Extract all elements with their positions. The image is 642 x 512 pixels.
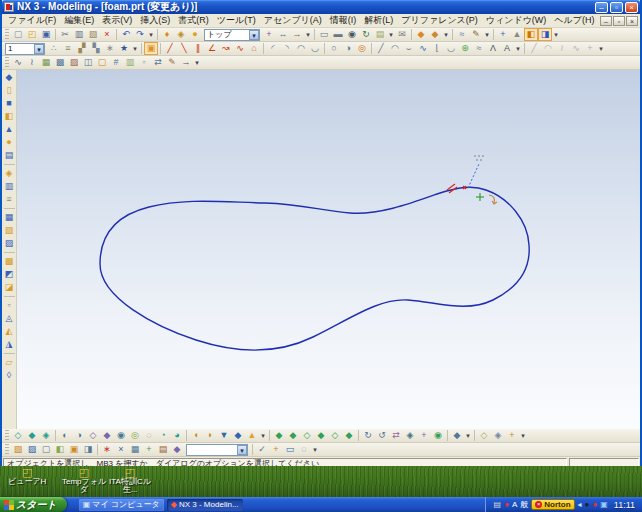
- menu-item-9[interactable]: プリファレンス(P): [397, 14, 481, 27]
- rect-select-icon[interactable]: ▭: [283, 443, 297, 456]
- more-tools-dropdown-icon[interactable]: ▾: [464, 429, 472, 442]
- circle-icon[interactable]: ○: [327, 42, 341, 55]
- menu-item-0[interactable]: ファイル(F): [4, 14, 60, 27]
- expand-view-icon[interactable]: ◆: [450, 429, 464, 442]
- menu-item-2[interactable]: 表示(V): [98, 14, 136, 27]
- snap-toggle-icon[interactable]: ∗: [100, 443, 114, 456]
- menu-item-10[interactable]: ウィンドウ(W): [482, 14, 551, 27]
- quarter-view-icon[interactable]: ◔: [156, 429, 170, 442]
- dropdown-caret-icon[interactable]: ▾: [442, 28, 450, 41]
- cylinder-icon[interactable]: ◧: [3, 110, 16, 123]
- studio-shade-icon[interactable]: ◆: [100, 429, 114, 442]
- rotate-cw-icon[interactable]: ↻: [361, 429, 375, 442]
- curve-spline-icon[interactable]: ∿: [416, 42, 430, 55]
- toolbar-grip[interactable]: [5, 57, 9, 68]
- thread-icon[interactable]: ▫: [3, 299, 16, 312]
- split-tool-icon[interactable]: ◫: [81, 56, 95, 69]
- wireframe-icon[interactable]: ◑: [72, 429, 86, 442]
- wcs-toggle-icon[interactable]: +: [142, 443, 156, 456]
- star-tool-icon[interactable]: ◆: [414, 28, 428, 41]
- highlight-orange-icon[interactable]: ◧: [524, 28, 538, 41]
- face-analysis-icon[interactable]: ◉: [114, 429, 128, 442]
- arc-up-icon[interactable]: ◠: [294, 42, 308, 55]
- partial-shade-icon[interactable]: ◎: [128, 429, 142, 442]
- diamond-view-icon[interactable]: ◆: [231, 429, 245, 442]
- snap-intersect-icon[interactable]: ▞: [75, 42, 89, 55]
- pad-icon[interactable]: ▦: [3, 211, 16, 224]
- shell-icon[interactable]: ◪: [3, 281, 16, 294]
- hidden-edges-icon[interactable]: ◇: [86, 429, 100, 442]
- spline-tool-icon[interactable]: ∿: [11, 56, 25, 69]
- dropdown-caret-icon[interactable]: ▾: [131, 42, 139, 55]
- mesh-tool-icon[interactable]: #: [109, 56, 123, 69]
- boss-icon[interactable]: ▥: [3, 180, 16, 193]
- trim-body-icon[interactable]: ◬: [3, 312, 16, 325]
- ghost-view-icon[interactable]: ◌: [142, 429, 156, 442]
- curve-corner-icon[interactable]: ⌊: [430, 42, 444, 55]
- groove-icon[interactable]: ▨: [3, 237, 16, 250]
- edit-plus-icon[interactable]: +: [583, 42, 597, 55]
- arc-ur-icon[interactable]: ◝: [280, 42, 294, 55]
- pan-view-icon[interactable]: +: [417, 429, 431, 442]
- select-face-icon[interactable]: ▨: [25, 443, 39, 456]
- select-component-icon[interactable]: ◨: [81, 443, 95, 456]
- work-layer-combo[interactable]: 1▾: [5, 43, 45, 55]
- snap-end-icon[interactable]: ∴: [47, 42, 61, 55]
- menu-item-8[interactable]: 解析(L): [360, 14, 397, 27]
- orbit-view-icon[interactable]: ◉: [431, 429, 445, 442]
- light-1-icon[interactable]: ◇: [477, 429, 491, 442]
- close-button[interactable]: ×: [625, 2, 638, 13]
- curve-lambda-icon[interactable]: Λ: [486, 42, 500, 55]
- combo-dropdown-icon[interactable]: ▾: [237, 445, 247, 455]
- hatch-tool-icon[interactable]: ▩: [53, 56, 67, 69]
- profile-icon[interactable]: ⌂: [247, 42, 261, 55]
- title-bar[interactable]: NX 3 - Modeling - [foam.prt (変更あり)] – ▫ …: [2, 0, 640, 14]
- wiggle-tool-icon[interactable]: ≀: [25, 56, 39, 69]
- add-select-icon[interactable]: +: [269, 443, 283, 456]
- grid-toggle-icon[interactable]: ▦: [128, 443, 142, 456]
- undo-icon[interactable]: ↶: [119, 28, 133, 41]
- misc-filter-icon[interactable]: ◆: [170, 443, 184, 456]
- edge-blend-icon[interactable]: ▩: [3, 255, 16, 268]
- render-style-6-icon[interactable]: ◆: [342, 429, 356, 442]
- rotate-icon[interactable]: ↔: [276, 28, 290, 41]
- point-constructor-icon[interactable]: ★: [117, 42, 131, 55]
- angle-line-icon[interactable]: ∠: [205, 42, 219, 55]
- more-tools-dropdown-icon[interactable]: ▾: [514, 42, 522, 55]
- toolbar-grip[interactable]: [5, 430, 9, 441]
- sole-outline-spline[interactable]: [100, 187, 529, 350]
- curve-line-icon[interactable]: ╱: [374, 42, 388, 55]
- more-tools-dropdown-icon[interactable]: ▾: [597, 42, 605, 55]
- snap-center-icon[interactable]: ▚: [89, 42, 103, 55]
- magnify-icon[interactable]: ◉: [345, 28, 359, 41]
- text-curve-icon[interactable]: A: [500, 42, 514, 55]
- render-style-5-icon[interactable]: ◇: [328, 429, 342, 442]
- circle-half-icon[interactable]: ◑: [341, 42, 355, 55]
- slot-icon[interactable]: ▧: [3, 224, 16, 237]
- line-icon[interactable]: ╱: [163, 42, 177, 55]
- hole-icon[interactable]: ◈: [3, 167, 16, 180]
- spline-red-icon[interactable]: ∿: [233, 42, 247, 55]
- edit-spline-icon[interactable]: ∿: [569, 42, 583, 55]
- select-feature-icon[interactable]: ▣: [67, 443, 81, 456]
- desktop-icon-2[interactable]: ◰ITA特訓Cル 生...: [104, 467, 156, 494]
- desktop-icon-0[interactable]: ◰ビューアH: [8, 467, 46, 486]
- tray-app-icon-1[interactable]: ●: [585, 501, 590, 509]
- curve-arc-icon[interactable]: ◠: [388, 42, 402, 55]
- instance-icon[interactable]: ▱: [3, 356, 16, 369]
- polyline-icon[interactable]: ↝: [219, 42, 233, 55]
- refresh-icon[interactable]: ♦: [160, 28, 174, 41]
- block-icon[interactable]: ■: [3, 97, 16, 110]
- dropdown-caret-icon[interactable]: ▾: [387, 28, 395, 41]
- delete-icon[interactable]: ×: [100, 28, 114, 41]
- cone-icon[interactable]: ▲: [3, 123, 16, 136]
- sphere-icon[interactable]: ●: [3, 136, 16, 149]
- chamfer-icon[interactable]: ◩: [3, 268, 16, 281]
- select-filter-icon[interactable]: ▧: [11, 443, 25, 456]
- pocket-icon[interactable]: ≡: [3, 193, 16, 206]
- snap-mid-icon[interactable]: ≡: [61, 42, 75, 55]
- left-half-icon[interactable]: ◖: [189, 429, 203, 442]
- window-cascade-icon[interactable]: ▭: [317, 28, 331, 41]
- new-file-icon[interactable]: ▢: [11, 28, 25, 41]
- wave-tool-icon[interactable]: ≈: [455, 28, 469, 41]
